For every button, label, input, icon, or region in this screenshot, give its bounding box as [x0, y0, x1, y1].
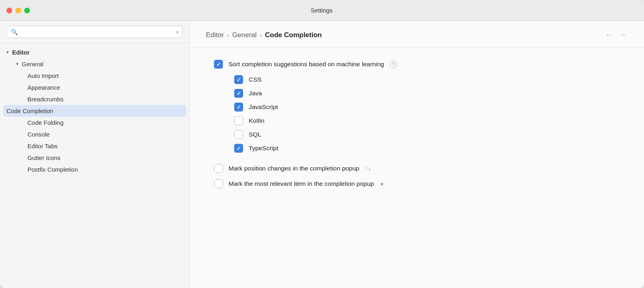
setting-row-typescript: ✓ TypeScript — [234, 144, 620, 153]
sidebar-item-code-completion[interactable]: Code Completion — [3, 105, 186, 117]
search-input-wrapper[interactable]: 🔍 ▾ — [6, 26, 183, 38]
sidebar-nav: ▾ Editor ▾ General Auto Import Appearanc… — [0, 43, 189, 288]
search-icon: 🔍 — [11, 29, 18, 35]
sort-arrows-icon: ↑↓ — [365, 165, 371, 172]
checkmark-icon: ✓ — [237, 105, 241, 110]
breadcrumb-sep-2: › — [260, 32, 262, 38]
checkbox-kotlin[interactable] — [234, 116, 243, 125]
main-setting-row: ✓ Sort completion suggestions based on m… — [214, 60, 620, 69]
setting-row-css: ✓ CSS — [234, 75, 620, 84]
forward-button[interactable]: → — [617, 29, 628, 41]
settings-window: Settings 🔍 ▾ ▾ Editor ▾ — [0, 0, 644, 288]
label-javascript: JavaScript — [249, 103, 278, 111]
checkmark-icon: ✓ — [237, 146, 241, 151]
sidebar-item-code-folding[interactable]: Code Folding — [0, 117, 189, 128]
content-body: ✓ Sort completion suggestions based on m… — [190, 48, 644, 288]
nav-arrows: ← → — [604, 29, 628, 41]
breadcrumb-editor[interactable]: Editor — [206, 31, 224, 39]
breadcrumb-general[interactable]: General — [232, 31, 256, 39]
sidebar-item-editor-tabs[interactable]: Editor Tabs — [0, 140, 189, 152]
sidebar: 🔍 ▾ ▾ Editor ▾ General Auto Im — [0, 21, 190, 288]
sidebar-item-editor[interactable]: ▾ Editor — [0, 46, 189, 58]
label-css: CSS — [249, 76, 262, 83]
sub-settings-list: ✓ CSS ✓ Java — [234, 75, 620, 153]
maximize-button[interactable] — [24, 8, 30, 13]
checkbox-java[interactable]: ✓ — [234, 89, 243, 98]
sidebar-item-auto-import[interactable]: Auto Import — [0, 70, 189, 82]
checkbox-javascript[interactable]: ✓ — [234, 103, 243, 111]
content-header: Editor › General › Code Completion ← → — [190, 21, 644, 48]
checkbox-css[interactable]: ✓ — [234, 75, 243, 84]
label-mark-relevant: Mark the most relevant item in the compl… — [229, 180, 374, 187]
chevron-down-icon: ▾ — [16, 61, 19, 67]
checkmark-icon: ✓ — [237, 91, 241, 96]
divider — [214, 158, 620, 164]
main-setting-label: Sort completion suggestions based on mac… — [229, 61, 384, 68]
help-icon[interactable]: ? — [390, 61, 397, 68]
search-bar: 🔍 ▾ — [0, 21, 189, 43]
sidebar-item-postfix-completion[interactable]: Postfix Completion — [0, 164, 189, 175]
setting-row-sql: SQL — [234, 130, 620, 139]
label-typescript: TypeScript — [249, 145, 278, 152]
setting-row-mark-position: Mark position changes in the completion … — [214, 164, 620, 173]
star-icon: ★ — [380, 181, 384, 187]
breadcrumb-sep-1: › — [227, 32, 229, 38]
breadcrumb: Editor › General › Code Completion — [206, 31, 322, 39]
minimize-button[interactable] — [15, 8, 21, 13]
checkbox-sql[interactable] — [234, 130, 243, 139]
setting-row-javascript: ✓ JavaScript — [234, 103, 620, 111]
label-sql: SQL — [249, 131, 261, 138]
content-area: Editor › General › Code Completion ← → ✓ — [190, 21, 644, 288]
back-button[interactable]: ← — [604, 29, 614, 41]
checkbox-mark-relevant[interactable] — [214, 179, 223, 188]
label-java: Java — [249, 90, 262, 97]
label-kotlin: Kotlin — [249, 117, 264, 124]
main-content: 🔍 ▾ ▾ Editor ▾ General Auto Im — [0, 21, 644, 288]
window-title: Settings — [30, 7, 613, 14]
sidebar-item-console[interactable]: Console — [0, 128, 189, 140]
main-setting-checkbox[interactable]: ✓ — [214, 60, 223, 69]
checkbox-typescript[interactable]: ✓ — [234, 144, 243, 153]
search-input[interactable] — [20, 29, 174, 35]
close-button[interactable] — [6, 8, 12, 13]
sidebar-item-breadcrumbs[interactable]: Breadcrumbs — [0, 93, 189, 105]
traffic-lights — [6, 8, 30, 13]
checkbox-mark-position[interactable] — [214, 164, 223, 173]
chevron-down-icon: ▾ — [6, 50, 9, 55]
setting-row-java: ✓ Java — [234, 89, 620, 98]
title-bar: Settings — [0, 0, 644, 21]
setting-row-kotlin: Kotlin — [234, 116, 620, 125]
breadcrumb-current: Code Completion — [265, 31, 322, 39]
sidebar-item-general[interactable]: ▾ General — [0, 58, 189, 70]
sidebar-item-gutter-icons[interactable]: Gutter Icons — [0, 152, 189, 164]
label-mark-position: Mark position changes in the completion … — [229, 165, 359, 172]
checkmark-icon: ✓ — [216, 62, 221, 67]
search-dropdown-icon[interactable]: ▾ — [176, 30, 178, 34]
sidebar-item-appearance[interactable]: Appearance — [0, 82, 189, 93]
checkmark-icon: ✓ — [237, 77, 241, 82]
setting-row-mark-relevant: Mark the most relevant item in the compl… — [214, 179, 620, 188]
